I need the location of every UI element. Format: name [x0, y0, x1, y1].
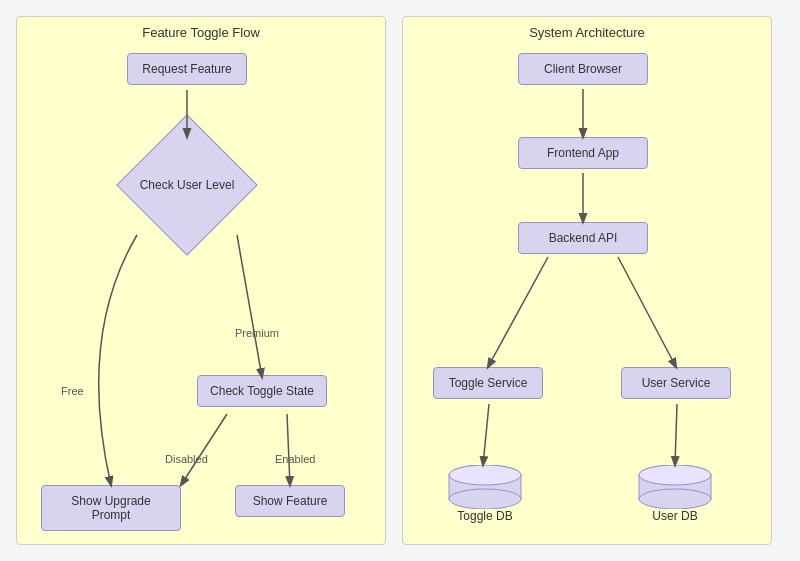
toggle-service-box: Toggle Service — [433, 367, 543, 399]
svg-point-11 — [639, 465, 711, 485]
check-toggle-state-box: Check Toggle State — [197, 375, 327, 407]
user-db-shape: User DB — [615, 465, 735, 523]
svg-line-16 — [483, 404, 489, 465]
svg-line-15 — [618, 257, 676, 367]
show-feature-box: Show Feature — [235, 485, 345, 517]
right-diagram-title: System Architecture — [403, 17, 771, 44]
disabled-label: Disabled — [165, 453, 208, 465]
system-architecture-diagram: System Architecture Client Browser Front… — [402, 16, 772, 545]
svg-line-14 — [488, 257, 548, 367]
main-container: Feature Toggle Flow Request Feature Chec… — [0, 0, 800, 561]
user-service-box: User Service — [621, 367, 731, 399]
frontend-app-box: Frontend App — [518, 137, 648, 169]
toggle-db-shape: Toggle DB — [425, 465, 545, 523]
free-label: Free — [61, 385, 84, 397]
client-browser-box: Client Browser — [518, 53, 648, 85]
svg-line-2 — [181, 414, 227, 485]
svg-point-6 — [449, 489, 521, 509]
svg-point-7 — [449, 465, 521, 485]
left-diagram-title: Feature Toggle Flow — [17, 17, 385, 44]
svg-line-1 — [237, 235, 262, 377]
backend-api-box: Backend API — [518, 222, 648, 254]
svg-point-10 — [639, 489, 711, 509]
svg-line-17 — [675, 404, 677, 465]
check-user-level-diamond: Check User Level — [137, 135, 237, 235]
premium-label: Premium — [235, 327, 279, 339]
feature-toggle-flow-diagram: Feature Toggle Flow Request Feature Chec… — [16, 16, 386, 545]
request-feature-box: Request Feature — [127, 53, 247, 85]
svg-line-3 — [287, 414, 290, 485]
enabled-label: Enabled — [275, 453, 315, 465]
show-upgrade-prompt-box: Show Upgrade Prompt — [41, 485, 181, 531]
